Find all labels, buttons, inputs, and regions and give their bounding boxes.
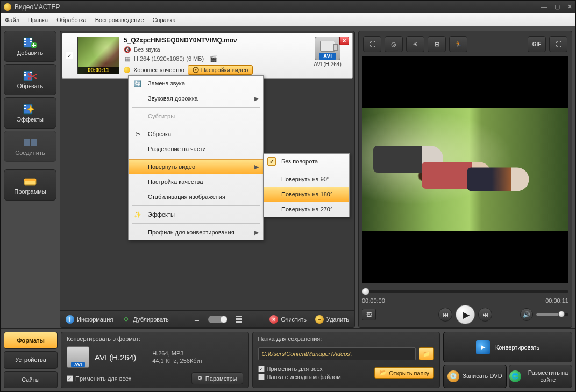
duplicate-button[interactable]: ⊕Дублировать xyxy=(122,315,168,324)
volume-button[interactable]: 🔊 xyxy=(520,308,533,321)
view-toggle[interactable] xyxy=(208,316,227,323)
main-area: ✓ 00:00:11 5_Q2xpcHNfSEQ0NDY0NTVfMQ.mov … xyxy=(60,26,575,328)
play-button[interactable]: ▶ xyxy=(456,305,475,324)
svg-rect-2 xyxy=(24,41,26,42)
crop-tool-button[interactable]: ⛶ xyxy=(363,36,381,52)
ctx-rotate[interactable]: Повернуть видео▶ xyxy=(129,159,263,174)
play-icon: ▶ xyxy=(463,310,470,320)
clapper-icon: 🎬 xyxy=(210,55,217,62)
tab-devices[interactable]: Устройства xyxy=(4,351,58,368)
gif-button[interactable]: GIF xyxy=(528,36,546,52)
save-path-input[interactable]: C:\Users\ContentManager\Videos\ xyxy=(258,347,416,360)
format-tabs: Форматы Устройства Сайты xyxy=(4,332,58,388)
replace-audio-icon: 🔄 xyxy=(132,77,144,89)
info-button[interactable]: iИнформация xyxy=(66,315,113,324)
publish-web-button[interactable]: 🌐Разместить на сайте xyxy=(509,365,572,388)
menu-separator xyxy=(132,125,260,125)
format-icon[interactable]: AVI xyxy=(67,346,89,368)
sidebar-add-label: Добавить xyxy=(17,49,44,56)
rotate-270[interactable]: Повернуть на 270° xyxy=(264,202,349,217)
file-checkbox[interactable]: ✓ xyxy=(66,52,73,59)
file-remove-button[interactable]: × xyxy=(339,37,349,45)
fullscreen-button[interactable]: ⛶ xyxy=(549,36,567,52)
rotate-90[interactable]: Повернуть на 90° xyxy=(264,172,349,187)
submenu-arrow-icon: ▶ xyxy=(254,229,259,236)
open-folder-button[interactable]: 📂Открыть папку xyxy=(374,367,434,379)
params-button[interactable]: ⚙Параметры xyxy=(191,372,243,384)
file-thumbnail[interactable]: 00:00:11 xyxy=(77,37,119,74)
save-folder-panel: Папка для сохранения: C:\Users\ContentMa… xyxy=(252,332,440,388)
volume-slider[interactable] xyxy=(536,313,568,316)
gear-icon xyxy=(193,67,199,73)
ctx-audio-track[interactable]: Звуковая дорожка▶ xyxy=(129,91,263,106)
ctx-profile[interactable]: Профиль для конвертирования▶ xyxy=(129,225,263,240)
view-grid-button[interactable] xyxy=(236,316,244,323)
minimize-button[interactable]: — xyxy=(541,3,547,10)
mute-icon: 🔇 xyxy=(124,46,131,53)
ctx-split[interactable]: Разделение на части xyxy=(129,141,263,156)
rotate-none[interactable]: ✓ Без поворота xyxy=(264,154,349,169)
sidebar-programs-button[interactable]: Программы xyxy=(4,169,56,201)
sidebar-effects-button[interactable]: Эффекты xyxy=(4,97,56,129)
view-list-button[interactable]: ☰ xyxy=(194,316,200,323)
file-item[interactable]: ✓ 00:00:11 5_Q2xpcHNfSEQ0NDY0NTVfMQ.mov … xyxy=(62,33,353,79)
ctx-crop[interactable]: ✂ Обрезка xyxy=(129,126,263,141)
menu-process[interactable]: Обработка xyxy=(56,17,86,23)
ctx-replace-audio[interactable]: 🔄 Замена звука xyxy=(129,76,263,91)
menu-help[interactable]: Справка xyxy=(153,17,176,23)
convert-icon: ▶ xyxy=(476,340,490,354)
seek-bar[interactable] xyxy=(362,287,568,296)
burn-dvd-button[interactable]: 💿Записать DVD xyxy=(443,365,507,388)
toggle-icon xyxy=(208,316,227,323)
menu-file[interactable]: Файл xyxy=(5,17,19,23)
enhance-button[interactable]: ◎ xyxy=(385,36,403,52)
menu-edit[interactable]: Правка xyxy=(28,17,48,23)
rotate-180[interactable]: Повернуть на 180° xyxy=(264,187,349,202)
svg-rect-19 xyxy=(24,179,36,181)
video-settings-button[interactable]: Настройки видео xyxy=(188,65,253,75)
file-audio: Без звука xyxy=(134,46,160,53)
menu-playback[interactable]: Воспроизведение xyxy=(95,17,144,23)
ctx-effects[interactable]: ✨ Эффекты xyxy=(129,207,263,222)
maximize-button[interactable]: ▢ xyxy=(554,3,560,10)
preview-screen[interactable] xyxy=(362,56,568,283)
sidebar-cut-button[interactable]: Обрезать xyxy=(4,64,56,95)
folder-label: Папка для сохранения: xyxy=(258,336,435,342)
svg-rect-8 xyxy=(24,72,26,73)
apply-all-checkbox[interactable]: ✓Применить для всех xyxy=(67,375,131,382)
sidebar-add-button[interactable]: Добавить xyxy=(4,31,56,62)
titlebar: ВидеоМАСТЕР — ▢ ✕ xyxy=(1,1,575,13)
sidebar-join-label: Соединить xyxy=(15,149,45,156)
brightness-button[interactable]: ☀ xyxy=(406,36,424,52)
next-button[interactable]: ⏭ xyxy=(478,308,492,322)
convert-button[interactable]: ▶ Конвертировать xyxy=(443,332,572,362)
prev-icon: ⏮ xyxy=(443,311,449,318)
rotate-submenu: ✓ Без поворота Повернуть на 90° Повернут… xyxy=(264,153,350,217)
clear-button[interactable]: ×Очистить xyxy=(269,315,307,324)
folder-icon: 📁 xyxy=(423,351,430,358)
format-codec: H.264, MP3 xyxy=(152,350,203,357)
text-button[interactable]: ⊞ xyxy=(428,36,446,52)
sidebar-join-button[interactable]: Соединить xyxy=(4,131,56,162)
convert-to-label: Конвертировать в формат: xyxy=(67,336,243,342)
menu-separator xyxy=(132,223,260,224)
folder-open-icon: 📂 xyxy=(379,369,387,376)
fullscreen-icon: ⛶ xyxy=(556,41,561,47)
app-icon xyxy=(4,3,11,11)
seek-thumb[interactable] xyxy=(362,288,369,295)
footer: Форматы Устройства Сайты Конвертировать … xyxy=(1,328,575,391)
text-frame-icon: ⊞ xyxy=(435,41,439,48)
speed-button[interactable]: 🏃 xyxy=(449,36,467,52)
close-window-button[interactable]: ✕ xyxy=(567,3,572,10)
ctx-quality[interactable]: Настройка качества xyxy=(129,174,263,189)
apply-all-folder-checkbox[interactable]: ✓Применить для всех xyxy=(258,366,341,372)
browse-folder-button[interactable]: 📁 xyxy=(419,347,434,360)
source-folder-checkbox[interactable]: Папка с исходным файлом xyxy=(258,374,341,380)
delete-button[interactable]: −Удалить xyxy=(315,315,349,324)
film-effects-icon xyxy=(23,103,38,115)
tab-formats[interactable]: Форматы xyxy=(4,332,58,349)
ctx-stabilize[interactable]: Стабилизация изображения xyxy=(129,189,263,204)
snapshot-button[interactable]: 🖼 xyxy=(362,309,376,320)
prev-button[interactable]: ⏮ xyxy=(438,308,452,322)
tab-sites[interactable]: Сайты xyxy=(4,371,58,388)
